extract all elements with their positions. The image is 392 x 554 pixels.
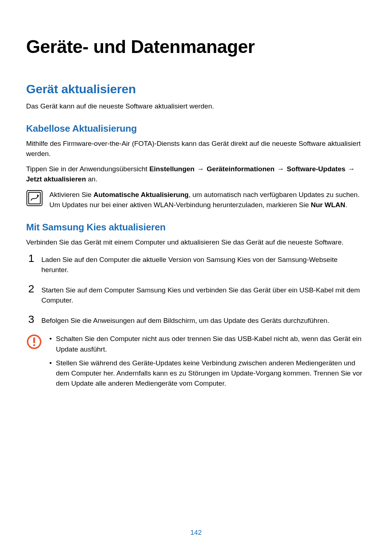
- note-block: Aktivieren Sie Automatische Aktualisieru…: [26, 190, 366, 210]
- step-body: Starten Sie auf dem Computer Samsung Kie…: [41, 283, 366, 305]
- arrow-icon: →: [346, 165, 355, 173]
- text-run: Aktivieren Sie: [49, 191, 93, 198]
- text-run: an.: [86, 175, 98, 183]
- text-run: .: [345, 201, 347, 209]
- step-body: Befolgen Sie die Anweisungen auf dem Bil…: [41, 313, 366, 326]
- menu-path-item: Software-Updates: [287, 165, 346, 173]
- body-text: Verbinden Sie das Gerät mit einem Comput…: [26, 237, 366, 247]
- list-item: 3 Befolgen Sie die Anweisungen auf dem B…: [26, 313, 366, 326]
- svg-rect-0: [27, 190, 42, 206]
- subsection-heading: Kabellose Aktualisierung: [26, 123, 366, 134]
- note-body: Aktivieren Sie Automatische Aktualisieru…: [49, 190, 366, 210]
- list-item: 1 Laden Sie auf den Computer die aktuell…: [26, 253, 366, 275]
- list-item: Stellen Sie während des Geräte-Updates k…: [49, 358, 366, 389]
- menu-path-item: Jetzt aktualisieren: [26, 175, 86, 183]
- body-text: Mithilfe des Firmware-over-the-Air (FOTA…: [26, 139, 366, 159]
- list-item: Schalten Sie den Computer nicht aus oder…: [49, 334, 366, 354]
- caution-list: Schalten Sie den Computer nicht aus oder…: [49, 334, 366, 392]
- arrow-icon: →: [195, 165, 206, 173]
- step-list: 1 Laden Sie auf den Computer die aktuell…: [26, 253, 366, 326]
- step-number: 1: [26, 253, 36, 264]
- document-page: Geräte- und Datenmanager Gerät aktualisi…: [0, 0, 392, 554]
- subsection-heading: Mit Samsung Kies aktualisieren: [26, 222, 366, 233]
- svg-rect-6: [33, 337, 35, 343]
- section-heading: Gerät aktualisieren: [26, 82, 366, 96]
- step-number: 2: [26, 283, 36, 295]
- ui-label: Nur WLAN: [311, 201, 345, 209]
- menu-path-item: Geräteinformationen: [207, 165, 275, 173]
- caution-block: Schalten Sie den Computer nicht aus oder…: [26, 334, 366, 392]
- svg-rect-7: [33, 344, 35, 346]
- page-number: 142: [0, 529, 392, 537]
- text-run: Tippen Sie in der Anwendungsübersicht: [26, 165, 149, 173]
- caution-icon: [26, 334, 42, 350]
- ui-label: Automatische Aktualisierung: [93, 191, 188, 198]
- page-title: Geräte- und Datenmanager: [26, 36, 366, 57]
- note-icon: [26, 190, 43, 206]
- step-number: 3: [26, 313, 36, 325]
- arrow-icon: →: [275, 165, 286, 173]
- menu-path-item: Einstellungen: [149, 165, 195, 173]
- body-text: Tippen Sie in der Anwendungsübersicht Ei…: [26, 164, 366, 184]
- list-item: 2 Starten Sie auf dem Computer Samsung K…: [26, 283, 366, 305]
- section-intro: Das Gerät kann auf die neueste Software …: [26, 101, 366, 111]
- step-body: Laden Sie auf den Computer die aktuelle …: [41, 253, 366, 275]
